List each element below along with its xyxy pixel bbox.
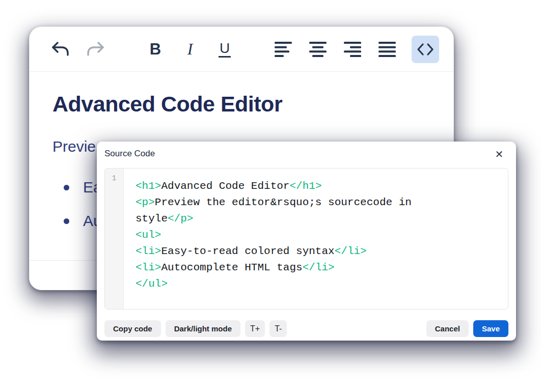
copy-code-button[interactable]: Copy code: [104, 320, 161, 337]
document-heading: Advanced Code Editor: [52, 92, 430, 116]
align-left-button[interactable]: [273, 38, 293, 61]
dialog-title: Source Code: [104, 149, 155, 158]
redo-icon: [87, 42, 105, 57]
font-size-decrease-button[interactable]: T-: [269, 320, 287, 337]
underline-label: U: [219, 41, 231, 58]
redo-button[interactable]: [86, 38, 106, 61]
code-line: <h1>Advanced Code Editor</h1>: [136, 178, 498, 194]
line-number: 1: [112, 174, 116, 182]
editor-toolbar: B I U: [30, 27, 453, 72]
undo-icon: [51, 42, 69, 57]
italic-button[interactable]: I: [180, 38, 200, 61]
source-code-button[interactable]: [412, 36, 439, 63]
align-center-icon: [309, 42, 327, 57]
page: B I U: [0, 0, 541, 392]
code-line: <li>Easy-to-read colored syntax</li>: [136, 243, 498, 260]
dark-light-mode-button[interactable]: Dark/light mode: [166, 320, 240, 337]
align-justify-icon: [378, 42, 396, 57]
code-line: <ul>: [136, 227, 498, 243]
line-number-gutter: 1: [105, 169, 124, 309]
bullet-dot: [64, 218, 69, 224]
bold-button[interactable]: B: [145, 38, 166, 61]
source-code-icon: [417, 43, 434, 56]
font-size-increase-button[interactable]: T+: [245, 320, 265, 337]
save-button[interactable]: Save: [473, 320, 508, 337]
code-editor[interactable]: 1 <h1>Advanced Code Editor</h1><p>Previe…: [104, 168, 508, 310]
align-center-button[interactable]: [308, 38, 328, 61]
close-icon: ✕: [495, 149, 504, 160]
close-button[interactable]: ✕: [491, 146, 508, 163]
code-line: </ul>: [136, 276, 498, 292]
source-code-dialog: Source Code ✕ 1 <h1>Advanced Code Editor…: [97, 142, 516, 341]
dialog-footer: Copy code Dark/light mode T+ T- Cancel S…: [104, 320, 508, 337]
underline-button[interactable]: U: [214, 38, 235, 61]
code-lines[interactable]: <h1>Advanced Code Editor</h1><p>Preview …: [124, 169, 508, 309]
undo-button[interactable]: [50, 38, 70, 61]
align-right-icon: [344, 42, 361, 57]
code-line: <li>Autocomplete HTML tags</li>: [136, 260, 498, 276]
code-line: <p>Preview the editor&rsquo;s sourcecode…: [136, 194, 498, 211]
cancel-button[interactable]: Cancel: [426, 320, 469, 337]
dialog-header: Source Code ✕: [97, 142, 516, 168]
align-left-icon: [275, 42, 292, 57]
bullet-dot: [64, 185, 69, 190]
code-line: style</p>: [136, 211, 498, 227]
align-right-button[interactable]: [342, 38, 363, 61]
align-justify-button[interactable]: [377, 38, 397, 61]
